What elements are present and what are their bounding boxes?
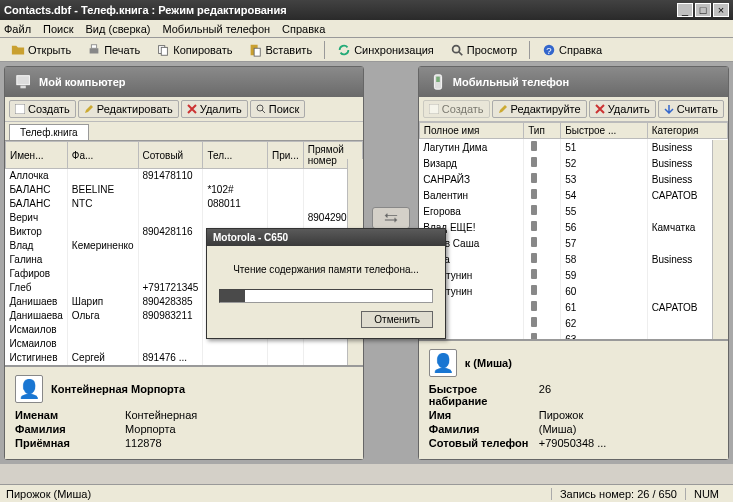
phone-type-icon: [528, 252, 540, 264]
statusbar: Пирожок (Миша) Запись номер: 26 / 650 NU…: [0, 484, 733, 502]
column-header[interactable]: Тел...: [203, 142, 268, 169]
search-button[interactable]: Поиск: [250, 100, 305, 118]
menu-help[interactable]: Справка: [282, 23, 325, 35]
column-header[interactable]: Сотовый: [138, 142, 203, 169]
svg-rect-21: [531, 189, 537, 199]
table-row[interactable]: Лагутин Дима51Business: [419, 139, 727, 156]
tab-phonebook[interactable]: Телеф.книга: [9, 124, 89, 140]
menu-search[interactable]: Поиск: [43, 23, 73, 35]
phone-grid[interactable]: Полное имяТипБыстрое ...Категория Лагути…: [419, 122, 728, 339]
table-row[interactable]: Верич890429052: [6, 211, 363, 225]
column-header[interactable]: Тип: [524, 123, 561, 139]
phone-type-icon: [528, 236, 540, 248]
table-row[interactable]: Егорова55: [419, 203, 727, 219]
delete-icon: [595, 104, 605, 114]
table-row[interactable]: ИстигиневСергей891476 ...: [6, 351, 363, 365]
phone-delete-button[interactable]: Удалить: [589, 100, 656, 118]
svg-rect-27: [531, 285, 537, 295]
status-left: Пирожок (Миша): [6, 488, 91, 500]
menu-mobile[interactable]: Мобильный телефон: [162, 23, 270, 35]
table-row[interactable]: Горев Саша57: [419, 235, 727, 251]
separator: [324, 41, 325, 59]
computer-panel-header: Мой компьютер: [5, 67, 363, 97]
phone-type-icon: [528, 284, 540, 296]
svg-rect-11: [20, 86, 25, 89]
column-header[interactable]: Быстрое ...: [561, 123, 648, 139]
edit-icon: [498, 104, 508, 114]
print-button[interactable]: Печать: [80, 40, 147, 60]
help-button[interactable]: ?Справка: [535, 40, 609, 60]
phone-icon: [429, 73, 447, 91]
phone-type-icon: [528, 188, 540, 200]
delete-button[interactable]: Удалить: [181, 100, 248, 118]
column-header[interactable]: Полное имя: [419, 123, 523, 139]
svg-rect-1: [92, 44, 97, 48]
table-row[interactable]: Влад ЕЩЕ!56Камчатка: [419, 219, 727, 235]
maximize-button[interactable]: □: [695, 3, 711, 17]
computer-detail: 👤 Контейнерная Морпорта ИменамКонтейнерн…: [5, 365, 363, 459]
svg-rect-10: [17, 76, 30, 85]
avatar-icon: 👤: [429, 349, 457, 377]
table-row[interactable]: Валентин54САРАТОВ: [419, 187, 727, 203]
svg-rect-24: [531, 237, 537, 247]
minimize-button[interactable]: _: [677, 3, 693, 17]
new-icon: [15, 104, 25, 114]
svg-rect-5: [255, 48, 261, 56]
menu-view[interactable]: Вид (сверка): [86, 23, 151, 35]
detail-title: к (Миша): [465, 357, 512, 369]
preview-icon: [450, 43, 464, 57]
edit-icon: [84, 104, 94, 114]
table-row[interactable]: Верстунин60: [419, 283, 727, 299]
scrollbar[interactable]: [712, 140, 728, 339]
table-row[interactable]: САНРАЙЗ53Business: [419, 171, 727, 187]
copy-button[interactable]: Копировать: [149, 40, 239, 60]
search-icon: [256, 104, 266, 114]
close-button[interactable]: ×: [713, 3, 729, 17]
edit-button[interactable]: Редактировать: [78, 100, 179, 118]
table-row[interactable]: 61САРАТОВ: [419, 299, 727, 315]
delete-icon: [187, 104, 197, 114]
column-header[interactable]: При...: [268, 142, 304, 169]
detail-key: Приёмная: [15, 437, 125, 449]
copy-icon: [156, 43, 170, 57]
detail-value: +79050348 ...: [539, 437, 607, 449]
column-header[interactable]: Имен...: [6, 142, 68, 169]
cancel-button[interactable]: Отменить: [361, 311, 433, 328]
detail-value: Контейнерная: [125, 409, 197, 421]
detail-key: Фамилия: [429, 423, 539, 435]
table-row[interactable]: Саша58Business: [419, 251, 727, 267]
sync-button[interactable]: Синхронизация: [330, 40, 441, 60]
xfer-right-all-button[interactable]: ⮀: [372, 207, 410, 229]
svg-rect-22: [531, 205, 537, 215]
column-header[interactable]: Категория: [647, 123, 727, 139]
phone-read-button[interactable]: Считать: [658, 100, 724, 118]
phone-type-icon: [528, 156, 540, 168]
phone-type-icon: [528, 300, 540, 312]
table-row[interactable]: Верстунин59: [419, 267, 727, 283]
detail-value: Морпорта: [125, 423, 176, 435]
phone-create-button[interactable]: Создать: [423, 100, 490, 118]
detail-value: 112878: [125, 437, 162, 449]
table-row[interactable]: БАЛАНСBEELINE*102#: [6, 183, 363, 197]
svg-rect-26: [531, 269, 537, 279]
sync-icon: [337, 43, 351, 57]
table-row[interactable]: Аллочка891478110: [6, 169, 363, 183]
phone-type-icon: [528, 172, 540, 184]
window-title: Contacts.dbf - Телеф.книга : Режим редак…: [4, 4, 675, 16]
paste-button[interactable]: Вставить: [241, 40, 319, 60]
table-row[interactable]: Визард52Business: [419, 155, 727, 171]
table-row[interactable]: 63: [419, 331, 727, 339]
preview-button[interactable]: Просмотр: [443, 40, 524, 60]
open-button[interactable]: Открыть: [4, 40, 78, 60]
phone-type-icon: [528, 316, 540, 328]
phone-type-icon: [528, 140, 540, 152]
phone-edit-button[interactable]: Редактируйте: [492, 100, 587, 118]
table-row[interactable]: БАЛАНСNTC088011: [6, 197, 363, 211]
detail-key: Имя: [429, 409, 539, 421]
create-button[interactable]: Создать: [9, 100, 76, 118]
dialog-title: Motorola - C650: [207, 229, 445, 246]
table-row[interactable]: 62: [419, 315, 727, 331]
svg-line-7: [459, 51, 463, 55]
menu-file[interactable]: Файл: [4, 23, 31, 35]
column-header[interactable]: Фа...: [67, 142, 138, 169]
